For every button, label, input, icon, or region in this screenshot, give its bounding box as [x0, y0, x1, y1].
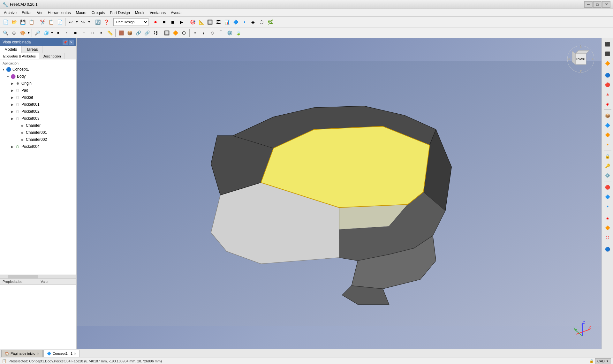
- open-file-button[interactable]: 📂: [10, 18, 18, 26]
- tree-item-origin[interactable]: ▶ ⊕ Origin: [0, 80, 76, 87]
- tree-item-chamfer[interactable]: ◆ Chamfer: [0, 122, 76, 129]
- part-btn2[interactable]: 📦: [125, 29, 134, 37]
- cad-status-box[interactable]: CAD ▼: [595, 358, 611, 364]
- menu-item-editar[interactable]: Editar: [19, 9, 34, 17]
- view-btn6[interactable]: 🔷: [231, 18, 240, 26]
- left-view-button[interactable]: ◾: [97, 29, 105, 37]
- arc-btn[interactable]: ⌒: [217, 29, 225, 37]
- expand-pocket004[interactable]: ▶: [10, 145, 15, 148]
- menu-item-ayuda[interactable]: Ayuda: [168, 9, 184, 17]
- rt-btn-12[interactable]: 🔒: [603, 152, 612, 161]
- view-btn4[interactable]: 🖼: [214, 18, 223, 26]
- tree-item-pocket002[interactable]: ▶ ⬡ Pocket002: [0, 108, 76, 115]
- rt-btn-2[interactable]: ⬛: [603, 49, 612, 58]
- start-page-close[interactable]: ✕: [37, 352, 39, 355]
- subtab-descripcion[interactable]: Descripción: [39, 53, 64, 59]
- copy-button[interactable]: 📋: [47, 18, 55, 26]
- undo-dropdown[interactable]: ▼: [75, 18, 79, 26]
- rt-btn-3[interactable]: 🔶: [603, 59, 612, 68]
- save-button[interactable]: 💾: [19, 18, 27, 26]
- right-view-button[interactable]: ◼: [71, 29, 79, 37]
- macro-btn3[interactable]: ⏹: [169, 18, 177, 26]
- rt-btn-9[interactable]: 🔷: [603, 121, 612, 130]
- expand-pocket003[interactable]: ▶: [10, 117, 15, 120]
- view-btn5[interactable]: 📊: [223, 18, 231, 26]
- sketch-btn2[interactable]: 🍃: [234, 29, 242, 37]
- stop-macro-button[interactable]: ■: [160, 18, 168, 26]
- tree-item-concept1[interactable]: ▼ 🔵 Concept1: [0, 66, 76, 73]
- rt-btn-20[interactable]: ⬡: [603, 233, 612, 242]
- help-button[interactable]: ❓: [102, 18, 110, 26]
- fit-selection-button[interactable]: ⊕: [10, 29, 18, 37]
- expand-pocket001[interactable]: ▶: [10, 103, 15, 106]
- part-btn1[interactable]: 🟫: [117, 29, 125, 37]
- rt-btn-11[interactable]: 🔸: [603, 140, 612, 149]
- cad-dropdown-arrow[interactable]: ▼: [606, 360, 609, 363]
- redo-button[interactable]: ↪: [79, 18, 87, 26]
- close-button[interactable]: ✕: [602, 1, 610, 8]
- redo-dropdown[interactable]: ▼: [87, 18, 91, 26]
- panel-pin-button[interactable]: 📌: [63, 40, 68, 45]
- menu-item-part design[interactable]: Part Design: [107, 9, 132, 17]
- dot-btn[interactable]: •: [191, 29, 199, 37]
- orientation-cube[interactable]: FRONT: [566, 45, 595, 73]
- 3d-viewport[interactable]: FRONT Z X Y: [77, 38, 602, 349]
- rear-view-button[interactable]: ▫: [80, 29, 88, 37]
- part-btn3[interactable]: 🔗: [134, 29, 142, 37]
- view-btn1[interactable]: 🎯: [188, 18, 197, 26]
- tree-item-pocket004[interactable]: ▶ ⬡ Pocket004: [0, 143, 76, 150]
- rt-btn-5[interactable]: 🔴: [603, 80, 612, 89]
- expand-body[interactable]: ▼: [6, 75, 10, 78]
- part-btn4[interactable]: 🔗: [143, 29, 151, 37]
- pd-btn2[interactable]: 🔶: [171, 29, 179, 37]
- menu-item-herramientas[interactable]: Herramientas: [45, 9, 73, 17]
- measure-button[interactable]: 📏: [106, 29, 114, 37]
- view-btn9[interactable]: ⬡: [257, 18, 266, 26]
- line-btn[interactable]: /: [200, 29, 208, 37]
- workbench-selector[interactable]: Part Design Part Sketcher: [113, 18, 148, 26]
- maximize-button[interactable]: □: [593, 1, 602, 8]
- tab-modelo[interactable]: Modelo: [0, 46, 22, 53]
- diamond-btn[interactable]: ◇: [208, 29, 216, 37]
- cut-button[interactable]: ✂️: [38, 18, 47, 26]
- rt-btn-10[interactable]: 🔶: [603, 130, 612, 139]
- expand-pad[interactable]: ▶: [10, 89, 15, 92]
- pd-btn3[interactable]: ⬡: [180, 29, 188, 37]
- rt-btn-17[interactable]: 🔹: [603, 202, 612, 211]
- menu-item-ventanas[interactable]: Ventanas: [147, 9, 168, 17]
- std-view-button[interactable]: 🧊: [42, 29, 50, 37]
- rt-btn-1[interactable]: ⬛: [603, 40, 612, 49]
- save-copy-button[interactable]: 📋: [27, 18, 35, 26]
- tree-item-body[interactable]: ▼ 🟣 Body: [0, 73, 76, 80]
- tree-item-pocket001[interactable]: ▶ ⬡ Pocket001: [0, 101, 76, 108]
- tab-start-page[interactable]: 🏠 Página de inicio ✕: [1, 350, 43, 357]
- view-btn10[interactable]: 🌿: [266, 18, 274, 26]
- tab-concept1[interactable]: 🔷 Concept1 : 1 ✕: [43, 350, 80, 357]
- record-macro-button[interactable]: ●: [151, 18, 160, 26]
- rt-btn-8[interactable]: 📦: [603, 111, 612, 120]
- tree-item-pocket[interactable]: ▶ ⬡ Pocket: [0, 94, 76, 101]
- view-btn2[interactable]: 📐: [197, 18, 205, 26]
- expand-origin[interactable]: ▶: [10, 82, 15, 85]
- view-btn7[interactable]: 🔹: [240, 18, 248, 26]
- expand-concept1[interactable]: ▼: [1, 68, 6, 71]
- rt-btn-13[interactable]: 🔑: [603, 161, 612, 170]
- rt-btn-7[interactable]: ◈: [603, 99, 612, 108]
- menu-item-macro[interactable]: Macro: [73, 9, 89, 17]
- tab-tareas[interactable]: Tareas: [22, 46, 42, 53]
- concept1-tab-close[interactable]: ✕: [74, 352, 76, 355]
- tree-item-pad[interactable]: ▶ ⬡ Pad: [0, 87, 76, 94]
- tree-item-pocket003[interactable]: ▶ ⬡ Pocket003: [0, 115, 76, 122]
- expand-pocket002[interactable]: ▶: [10, 110, 15, 113]
- tree-item-chamfer001[interactable]: ◆ Chamfer001: [0, 129, 76, 136]
- front-view-button[interactable]: ■: [54, 29, 62, 37]
- view-btn3[interactable]: 🔲: [206, 18, 214, 26]
- minimize-button[interactable]: ─: [584, 1, 593, 8]
- rt-btn-14[interactable]: ⚙️: [603, 171, 612, 180]
- menu-item-ver[interactable]: Ver: [34, 9, 45, 17]
- rt-btn-4[interactable]: 🔵: [603, 71, 612, 80]
- rt-btn-21[interactable]: 🔵: [603, 245, 612, 254]
- rt-btn-6[interactable]: 🔺: [603, 90, 612, 99]
- paste-button[interactable]: 📄: [56, 18, 64, 26]
- menu-item-archivo[interactable]: Archivo: [1, 9, 19, 17]
